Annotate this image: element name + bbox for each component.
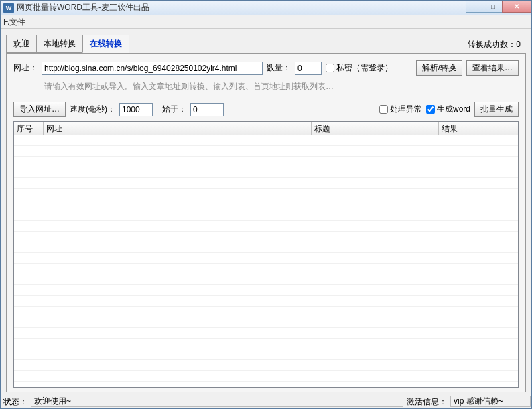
speed-label: 速度(毫秒)： <box>70 104 115 115</box>
quantity-input[interactable] <box>295 62 322 75</box>
app-icon: W <box>3 3 14 13</box>
window-controls: — □ ✕ <box>466 1 531 13</box>
start-at-label: 始于： <box>162 104 186 115</box>
window-title: 网页批量转WORD工具-麦三软件出品 <box>17 2 149 13</box>
col-url[interactable]: 网址 <box>44 122 312 135</box>
tab-welcome[interactable]: 欢迎 <box>6 35 37 53</box>
url-row: 网址： 数量： 私密（需登录） 解析/转换 查看结果… <box>13 60 519 76</box>
private-checkbox-wrap[interactable]: 私密（需登录） <box>326 62 393 74</box>
exception-checkbox[interactable] <box>379 105 388 114</box>
tab-local-convert[interactable]: 本地转换 <box>36 35 83 53</box>
col-title[interactable]: 标题 <box>312 122 439 135</box>
title-bar[interactable]: W 网页批量转WORD工具-麦三软件出品 — □ ✕ <box>1 1 531 15</box>
tab-strip: 欢迎 本地转换 在线转换 转换成功数：0 <box>1 29 531 53</box>
app-window: W 网页批量转WORD工具-麦三软件出品 — □ ✕ F.文件 欢迎 本地转换 … <box>0 0 532 409</box>
success-count: 0 <box>516 39 521 49</box>
private-checkbox[interactable] <box>326 64 334 72</box>
close-button[interactable]: ✕ <box>502 1 531 13</box>
genword-checkbox[interactable] <box>426 105 435 114</box>
online-panel: 网址： 数量： 私密（需登录） 解析/转换 查看结果… 请输入有效网址或导入。输… <box>6 53 526 392</box>
batch-row: 导入网址… 速度(毫秒)： 始于： 处理异常 生成word 批量生成 <box>13 102 519 117</box>
quantity-label: 数量： <box>267 62 291 74</box>
private-label: 私密（需登录） <box>336 62 393 74</box>
table-body[interactable] <box>14 135 518 387</box>
success-counter: 转换成功数：0 <box>468 39 526 53</box>
view-result-button[interactable]: 查看结果… <box>466 60 519 76</box>
parse-convert-button[interactable]: 解析/转换 <box>416 60 462 76</box>
status-label: 状态： <box>1 394 30 408</box>
status-bar: 状态： 欢迎使用~ 激活信息： vip 感谢信赖~ <box>1 394 531 408</box>
tab-online-convert[interactable]: 在线转换 <box>82 35 129 53</box>
col-seq[interactable]: 序号 <box>14 122 44 135</box>
result-table[interactable]: 序号 网址 标题 结果 <box>13 121 519 388</box>
batch-generate-button[interactable]: 批量生成 <box>474 102 519 117</box>
table-header: 序号 网址 标题 结果 <box>14 122 518 135</box>
exception-checkbox-wrap[interactable]: 处理异常 <box>379 104 422 115</box>
genword-label: 生成word <box>437 104 470 115</box>
url-input[interactable] <box>42 62 263 75</box>
success-label: 转换成功数： <box>468 39 516 49</box>
start-at-input[interactable] <box>190 103 224 116</box>
menu-bar: F.文件 <box>1 15 531 29</box>
url-label: 网址： <box>13 62 38 74</box>
hint-text: 请输入有效网址或导入。输入文章地址则转换、输入列表、首页地址则获取列表… <box>44 81 519 92</box>
menu-file[interactable]: F.文件 <box>3 17 25 27</box>
exception-label: 处理异常 <box>390 104 422 115</box>
import-url-button[interactable]: 导入网址… <box>13 102 66 117</box>
speed-input[interactable] <box>119 103 153 116</box>
activation-label: 激活信息： <box>404 394 450 408</box>
col-result[interactable]: 结果 <box>439 122 492 135</box>
client-area: 欢迎 本地转换 在线转换 转换成功数：0 网址： 数量： 私密（需登录） 解析/… <box>1 29 531 394</box>
maximize-button[interactable]: □ <box>484 1 503 13</box>
status-value: 欢迎使用~ <box>31 396 403 407</box>
genword-checkbox-wrap[interactable]: 生成word <box>426 104 470 115</box>
col-extra[interactable] <box>492 122 518 135</box>
activation-value: vip 感谢信赖~ <box>450 396 531 407</box>
minimize-button[interactable]: — <box>466 1 484 13</box>
